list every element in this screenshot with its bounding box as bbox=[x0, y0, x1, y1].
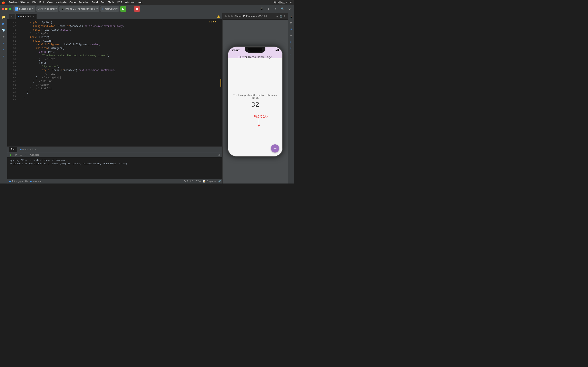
warning-nav-up[interactable]: ▲ bbox=[213, 20, 214, 24]
screenshot-icon[interactable]: 📷 bbox=[279, 15, 282, 17]
right-icon-flutter2[interactable]: ⚡ bbox=[289, 45, 294, 50]
activity-flutter2[interactable]: ⚡ bbox=[1, 47, 7, 53]
console-line-1: Syncing files to device iPhone 15 Pro Ma… bbox=[10, 159, 220, 162]
activity-flutter1[interactable]: ⚡ bbox=[1, 40, 7, 46]
run-toolbar: ▶ ↺ ☰ ⋮ Console ⊞ bbox=[7, 152, 222, 158]
file-selector[interactable]: ◆ main.dart ▾ bbox=[100, 6, 119, 12]
status-icon2: 🔗 bbox=[218, 180, 221, 183]
menubar: 🍎 Android Studio File Edit View Navigate… bbox=[0, 0, 294, 5]
phone-close[interactable] bbox=[225, 15, 227, 17]
file-chevron: ▾ bbox=[116, 8, 118, 10]
fab-button[interactable]: + bbox=[271, 144, 279, 152]
menu-file[interactable]: File bbox=[32, 1, 36, 4]
app-bar-title: Flutter Demo Home Page bbox=[238, 55, 272, 58]
more-actions-button[interactable]: ⋮ bbox=[141, 6, 147, 12]
apple-menu[interactable]: 🍎 bbox=[2, 1, 5, 4]
right-icon-device[interactable]: 📱 bbox=[289, 15, 294, 20]
activity-bar: 📁 ▶ 💎 ✦ ⚡ ⚡ ⚡ ⋯ bbox=[0, 13, 7, 184]
warning-nav-down[interactable]: ▼ bbox=[215, 20, 216, 24]
file-label: main.dart bbox=[104, 8, 116, 10]
status-lib: lib bbox=[25, 180, 27, 183]
device-label: iPhone 15 Pro Max (mobile) bbox=[65, 8, 95, 10]
iphone-status-icons: ··· ▲ ▊ bbox=[272, 49, 279, 51]
minimize-button[interactable] bbox=[5, 8, 8, 10]
project-name: flutter_app bbox=[19, 8, 31, 10]
right-icon-flutter3[interactable]: ⚡ bbox=[289, 51, 294, 56]
scroll-thumb[interactable] bbox=[221, 79, 221, 87]
iphone-screen: 17:57 ··· ▲ ▊ bbox=[228, 47, 282, 156]
phone-header: iPhone 15 Pro Max – iOS 17.2 ⌂ 📷 ⟳ bbox=[223, 13, 288, 20]
combined-right: iPhone 15 Pro Max – iOS 17.2 ⌂ 📷 ⟳ bbox=[223, 13, 294, 184]
menu-tools[interactable]: Tools bbox=[108, 1, 114, 4]
settings-button[interactable]: ⚙ bbox=[287, 6, 292, 12]
menubar-datetime: 7月26日(金) 17:57 bbox=[272, 1, 292, 4]
console-line-2: Reloaded 1 of 706 libraries in 140ms (co… bbox=[10, 162, 220, 165]
scroll-indicator[interactable] bbox=[220, 19, 222, 146]
run-panel: Run ◆ main.dart ✕ ▶ ↺ ☰ ⋮ Console bbox=[7, 146, 222, 179]
device-icon: 📱 bbox=[61, 8, 64, 10]
flash-button[interactable]: ⚡ bbox=[127, 6, 133, 12]
phone-max[interactable] bbox=[231, 15, 233, 17]
menu-navigate[interactable]: Navigate bbox=[56, 1, 67, 4]
notification-bell[interactable]: 🔔 bbox=[216, 15, 221, 19]
menu-view[interactable]: View bbox=[47, 1, 53, 4]
code-content[interactable]: appBar: AppBar( backgroundColor: Theme.o… bbox=[16, 19, 222, 146]
activity-gem[interactable]: 💎 bbox=[1, 27, 7, 33]
status-right: 64:9 LF UTF-8 📝 2 spaces 🔗 bbox=[184, 180, 221, 183]
menu-window[interactable]: Window bbox=[125, 1, 135, 4]
activity-flutter3[interactable]: ⚡ bbox=[1, 53, 7, 59]
rotate-icon[interactable]: ⟳ bbox=[284, 15, 286, 17]
menu-run[interactable]: Run bbox=[101, 1, 105, 4]
iphone-frame: 17:57 ··· ▲ ▊ bbox=[228, 47, 283, 157]
tab-main-dart[interactable]: ◆ main.dart ✕ bbox=[16, 14, 36, 19]
power-save-button[interactable]: ⚡ bbox=[273, 6, 278, 12]
right-icon-screenshot[interactable]: 🖼 bbox=[289, 21, 294, 26]
vcs-selector[interactable]: Version control ▾ bbox=[36, 6, 58, 12]
code-column: ⋯ ◆ main.dart ✕ 🔔 ⚠ 1 bbox=[7, 13, 223, 184]
status-indent: 2 spaces bbox=[207, 180, 216, 183]
maximize-button[interactable] bbox=[9, 8, 11, 10]
right-icon-flutter1[interactable]: ⚡ bbox=[289, 39, 294, 44]
project-chevron: ▾ bbox=[32, 8, 34, 10]
warning-badge: ⚠ 1 ▲ ▼ bbox=[209, 20, 216, 24]
activity-files[interactable]: 📁 bbox=[1, 14, 7, 20]
activity-run[interactable]: ▶ bbox=[1, 21, 7, 26]
menu-build[interactable]: Build bbox=[92, 1, 98, 4]
menu-help[interactable]: Help bbox=[138, 1, 143, 4]
right-icon-flash[interactable]: ⚡ bbox=[289, 27, 294, 32]
sdk-manager-button[interactable]: ⬇ bbox=[266, 6, 272, 12]
console-label: Console bbox=[30, 154, 39, 156]
phone-min[interactable] bbox=[228, 15, 230, 17]
menu-refactor[interactable]: Refactor bbox=[79, 1, 89, 4]
menu-items: File Edit View Navigate Code Refactor Bu… bbox=[32, 1, 143, 4]
rerun-button[interactable]: ▶ bbox=[9, 153, 13, 157]
run-layout-button[interactable]: ⊞ bbox=[217, 153, 221, 157]
app-name: Android Studio bbox=[8, 1, 29, 4]
tab-more[interactable]: ⋯ bbox=[9, 14, 15, 19]
activity-more[interactable]: ⋯ bbox=[1, 60, 7, 66]
search-button[interactable]: 🔍 bbox=[280, 6, 285, 12]
tab-run[interactable]: Run bbox=[9, 147, 17, 152]
home-icon[interactable]: ⌂ bbox=[277, 15, 278, 17]
run-more-button[interactable]: ⋮ bbox=[24, 153, 28, 157]
tab-main-dart-run[interactable]: ◆ main.dart ✕ bbox=[18, 147, 39, 152]
menu-vcs[interactable]: VCS bbox=[117, 1, 122, 4]
device-manager-button[interactable]: 📱 bbox=[259, 6, 265, 12]
menu-code[interactable]: Code bbox=[69, 1, 76, 4]
code-editor[interactable]: ⚠ 1 ▲ ▼ 46474849 50515253 54555657 58596… bbox=[7, 19, 222, 146]
device-selector[interactable]: 📱 iPhone 15 Pro Max (mobile) ▾ bbox=[60, 6, 99, 12]
project-selector[interactable]: FA flutter_app ▾ bbox=[13, 6, 35, 12]
counter-value: 32 bbox=[251, 100, 259, 108]
status-icon1: 📝 bbox=[203, 180, 205, 183]
menu-edit[interactable]: Edit bbox=[39, 1, 44, 4]
run-tab-close[interactable]: ✕ bbox=[35, 148, 36, 150]
stop-button[interactable]: ■ bbox=[134, 6, 140, 12]
menubar-right: 7月26日(金) 17:57 bbox=[272, 1, 292, 4]
activity-star[interactable]: ✦ bbox=[1, 34, 7, 40]
reload-button[interactable]: ↺ bbox=[14, 153, 18, 157]
tab-close-button[interactable]: ✕ bbox=[33, 15, 35, 17]
close-button[interactable] bbox=[2, 8, 4, 10]
run-button[interactable]: ▶ bbox=[120, 6, 126, 12]
run-settings-button[interactable]: ☰ bbox=[19, 153, 23, 157]
right-icon-star[interactable]: ✦ bbox=[289, 33, 294, 38]
